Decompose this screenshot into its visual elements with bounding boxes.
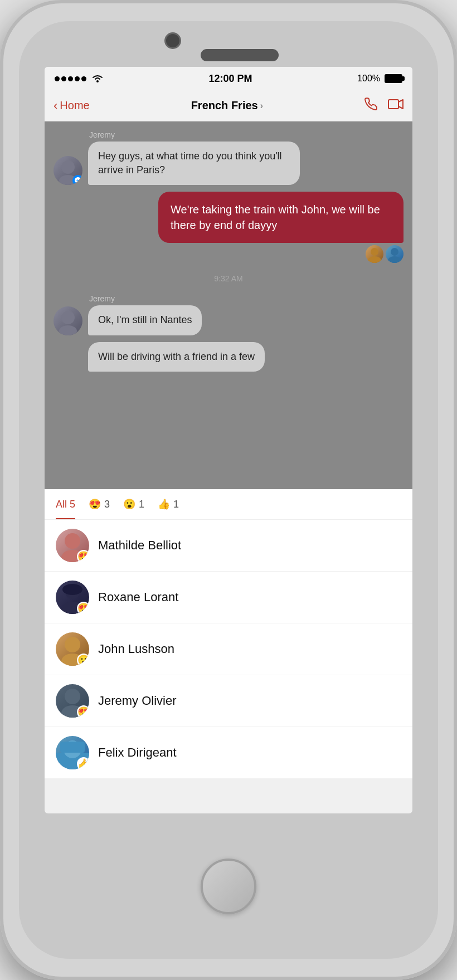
- message-bubble-2: We're taking the train with John, we wil…: [158, 192, 403, 243]
- timestamp-1: 9:32 AM: [54, 270, 403, 287]
- right-avatars: [366, 245, 403, 263]
- wow-emoji: 😮: [123, 498, 135, 510]
- top-notch: [19, 21, 438, 61]
- reaction-item-john[interactable]: 😮 John Lushson: [45, 623, 412, 675]
- reaction-emoji-roxane: 😍: [77, 602, 89, 614]
- signal-icon: [55, 76, 86, 81]
- reaction-name-john: John Lushson: [98, 642, 174, 656]
- heart-eyes-emoji: 😍: [89, 498, 101, 510]
- status-right: 100%: [357, 74, 402, 84]
- reaction-emoji-felix: 👍: [77, 757, 89, 769]
- nav-title: French Fries ›: [191, 99, 263, 112]
- messenger-badge: [72, 175, 82, 185]
- reaction-name-roxane: Roxane Lorant: [98, 590, 178, 604]
- message-bubble-3: Ok, I'm still in Nantes: [88, 305, 202, 335]
- sender-name-jeremy-2: Jeremy: [89, 294, 403, 303]
- reaction-emoji-john: 😮: [77, 654, 89, 666]
- reaction-tabs: All 5 😍 3 😮 1 👍 1: [45, 489, 412, 520]
- phone-inner: 12:00 PM 100% ‹ Home French Fries ›: [19, 21, 438, 959]
- mini-avatar-john: [366, 245, 383, 263]
- reaction-item-roxane[interactable]: 😍 Roxane Lorant: [45, 572, 412, 623]
- message-group-4: Will be driving with a friend in a few: [54, 342, 403, 372]
- message-group-1: Jeremy: [54, 130, 403, 185]
- back-label: Home: [60, 99, 89, 112]
- reaction-panel: All 5 😍 3 😮 1 👍 1: [45, 489, 412, 779]
- mini-avatar-self: [386, 245, 403, 263]
- message-bubble-1: Hey guys, at what time do you think you'…: [88, 142, 300, 185]
- svg-point-5: [368, 256, 381, 263]
- avatar-john: 😮: [56, 632, 89, 666]
- back-chevron-icon: ‹: [54, 99, 57, 113]
- message-row-1: Hey guys, at what time do you think you'…: [54, 142, 403, 185]
- avatar-jeremy-2: [54, 306, 82, 335]
- reaction-name-mathilde: Mathilde Belliot: [98, 538, 181, 553]
- svg-point-17: [65, 689, 80, 704]
- message-group-3: Jeremy Ok, I'm still in Nantes: [54, 294, 403, 335]
- reaction-emoji-jeremy: 😍: [77, 705, 89, 718]
- sender-name-jeremy: Jeremy: [89, 130, 403, 139]
- tab-all-label: All 5: [56, 499, 75, 510]
- svg-rect-1: [388, 100, 398, 109]
- svg-point-7: [388, 256, 401, 263]
- back-button[interactable]: ‹ Home: [54, 99, 90, 113]
- reaction-item-jeremy[interactable]: 😍 Jeremy Olivier: [45, 675, 412, 727]
- status-time: 12:00 PM: [209, 73, 252, 85]
- screen: 12:00 PM 100% ‹ Home French Fries ›: [45, 67, 412, 813]
- tab-thumbsup[interactable]: 👍 1: [158, 498, 179, 519]
- avatar-jeremy-reaction: 😍: [56, 684, 89, 718]
- tab-heart-eyes-count: 3: [104, 499, 110, 510]
- reaction-name-jeremy: Jeremy Olivier: [98, 694, 177, 708]
- call-icon[interactable]: [364, 97, 378, 114]
- tab-wow[interactable]: 😮 1: [123, 498, 144, 519]
- svg-rect-21: [60, 742, 85, 753]
- svg-point-9: [59, 325, 77, 335]
- svg-point-8: [61, 311, 75, 324]
- reaction-name-felix: Felix Dirigeant: [98, 745, 177, 760]
- wifi-icon: [91, 74, 104, 83]
- reaction-list: 😍 Mathilde Belliot 😍: [45, 520, 412, 779]
- avatar-roxane: 😍: [56, 581, 89, 614]
- tab-heart-eyes[interactable]: 😍 3: [89, 498, 110, 519]
- svg-point-4: [371, 248, 378, 256]
- svg-point-6: [391, 248, 398, 256]
- nav-bar: ‹ Home French Fries ›: [45, 90, 412, 121]
- tab-all[interactable]: All 5: [56, 499, 75, 519]
- tab-wow-count: 1: [139, 499, 144, 510]
- svg-point-14: [62, 584, 82, 595]
- thumbsup-emoji: 👍: [158, 498, 170, 510]
- tab-thumbsup-count: 1: [173, 499, 179, 510]
- battery-percentage: 100%: [357, 74, 380, 84]
- reaction-emoji-mathilde: 😍: [77, 550, 89, 562]
- reaction-item-felix[interactable]: 👍 Felix Dirigeant: [45, 727, 412, 779]
- reaction-item-mathilde[interactable]: 😍 Mathilde Belliot: [45, 520, 412, 572]
- svg-point-10: [65, 533, 80, 549]
- avatar-jeremy: [54, 156, 82, 185]
- phone-frame: 12:00 PM 100% ‹ Home French Fries ›: [0, 0, 457, 980]
- svg-point-2: [61, 160, 75, 174]
- chat-area: Jeremy: [45, 121, 412, 489]
- message-row-4: Will be driving with a friend in a few: [54, 342, 403, 372]
- message-bubble-4: Will be driving with a friend in a few: [88, 342, 265, 372]
- home-button[interactable]: [201, 859, 256, 914]
- bottom-area: [201, 813, 256, 959]
- message-row-3: Ok, I'm still in Nantes: [54, 305, 403, 335]
- status-bar: 12:00 PM 100%: [45, 67, 412, 90]
- nav-title-chevron-icon: ›: [260, 101, 263, 111]
- avatar-felix: 👍: [56, 736, 89, 769]
- message-group-2: We're taking the train with John, we wil…: [54, 192, 403, 263]
- svg-point-0: [96, 80, 99, 82]
- battery-icon: [385, 74, 402, 83]
- front-camera-icon: [164, 32, 181, 49]
- video-call-icon[interactable]: [388, 97, 403, 114]
- speaker-notch: [201, 49, 279, 61]
- avatar-mathilde: 😍: [56, 529, 89, 562]
- nav-actions: [364, 97, 403, 114]
- nav-title-text: French Fries: [191, 99, 258, 112]
- svg-point-15: [65, 637, 80, 652]
- status-left: [55, 74, 104, 83]
